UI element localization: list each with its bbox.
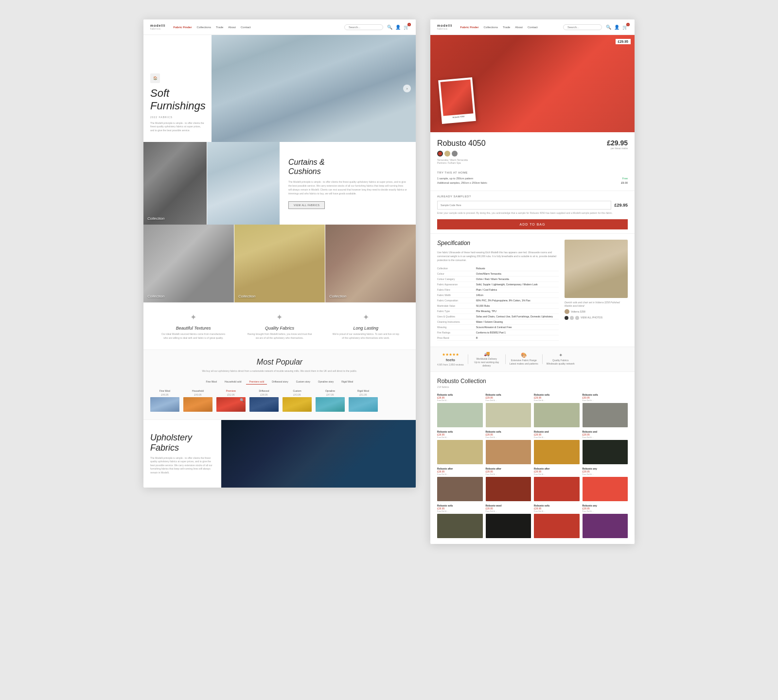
spec-row-type: Fabric Type Pile Weaving, TPU bbox=[437, 309, 559, 314]
nav-link-trade[interactable]: Trade bbox=[216, 26, 223, 29]
tab-custom[interactable]: Custom story bbox=[293, 379, 313, 385]
curtains-title: Curtains &Cushions bbox=[288, 158, 407, 176]
swatch-1[interactable]: Fine Wool £46.95 bbox=[150, 389, 179, 412]
swatch-5[interactable]: Custom £43.95 bbox=[283, 389, 312, 412]
try-home-value-2: £9.00 bbox=[621, 181, 628, 184]
hero-next-btn[interactable]: › bbox=[403, 85, 411, 92]
photo-dot-3[interactable] bbox=[575, 316, 579, 320]
robusto-swatch-1[interactable]: Robusto sofa £28.95 Free Del & ... bbox=[437, 393, 483, 427]
tab-opnaline[interactable]: Opnaline story bbox=[315, 379, 336, 385]
right-cart-icon[interactable]: 🛒 1 bbox=[622, 25, 628, 30]
robusto-swatch-9[interactable]: Robusto after £28.95 Free Del & ... bbox=[437, 467, 483, 501]
color-dot-beige[interactable] bbox=[444, 151, 450, 157]
spec-table: Collection Robusto Colour Ochre/Warm Ter… bbox=[437, 266, 559, 341]
swatch-4[interactable]: Driftwood £38.95 bbox=[249, 389, 279, 412]
robusto-swatch-2[interactable]: Robusto sofa £29.95 Free Del & ... bbox=[486, 393, 531, 427]
spec-image-tag[interactable]: Volterra 3258 bbox=[565, 309, 628, 314]
robusto-swatch-10[interactable]: Robusto after £28.95 Free Del & ... bbox=[486, 467, 531, 501]
robusto-collection-title: Robusto Collection bbox=[437, 378, 628, 385]
spec-row-price-band: Price Band B bbox=[437, 335, 559, 341]
textures-title: Beautiful Textures bbox=[176, 326, 211, 331]
sample-code-input[interactable] bbox=[437, 201, 611, 210]
quality-star-icon: ✦ bbox=[559, 352, 563, 358]
swatch-color-r9 bbox=[437, 477, 483, 501]
most-popular-desc: We buy all our upholstery fabrics direct… bbox=[150, 369, 409, 373]
view-all-photos-link[interactable]: VIEW ALL PHOTOS bbox=[581, 316, 602, 320]
collection-cell-3[interactable]: Collection bbox=[325, 225, 416, 302]
tab-fine-wool[interactable]: Fine Wool bbox=[203, 379, 220, 385]
right-nav-trade[interactable]: Trade bbox=[503, 26, 510, 29]
robusto-swatch-13[interactable]: Robusto sofa £28.95 Free Del & ... bbox=[437, 504, 483, 538]
swatch-color-r16 bbox=[583, 514, 628, 538]
robusto-swatches: Robusto sofa £28.95 Free Del & ... Robus… bbox=[437, 393, 628, 538]
right-search-icon[interactable]: 🔍 bbox=[606, 25, 611, 30]
left-nav-icons: 🔍 👤 🛒 1 bbox=[387, 25, 409, 30]
robusto-swatch-6[interactable]: Robusto sofa £28.95 Free Del & ... bbox=[486, 430, 531, 464]
hero-subtitle: 2022 fabrics bbox=[150, 116, 205, 119]
divider-3 bbox=[542, 354, 543, 364]
spec-row-collection: Collection Robusto bbox=[437, 266, 559, 271]
user-icon[interactable]: 👤 bbox=[395, 25, 401, 30]
swatch-3[interactable]: Premiere £52.95 🔍 bbox=[216, 389, 246, 412]
tab-household[interactable]: Household sold bbox=[222, 379, 244, 385]
swatch-7[interactable]: Rigid Wool £51.95 bbox=[349, 389, 378, 412]
nav-link-collections[interactable]: Collections bbox=[197, 26, 211, 29]
swatch-color-r14 bbox=[486, 514, 531, 538]
left-nav: modelli fabrics Fabric Finder Collection… bbox=[143, 19, 416, 35]
collection-cell-2[interactable]: Collection bbox=[234, 225, 325, 302]
nav-link-fabric-finder[interactable]: Fabric Finder bbox=[174, 26, 192, 29]
robusto-swatch-5[interactable]: Robusto sofa £28.95 Free Del & ... bbox=[437, 430, 483, 464]
quality-title: Quality Fabrics bbox=[265, 326, 294, 331]
robusto-swatch-4[interactable]: Robusto sofa £30.95 Free Del & ... bbox=[583, 393, 628, 427]
left-search-input[interactable] bbox=[344, 24, 383, 30]
add-to-bag-btn[interactable]: ADD TO BAG bbox=[437, 219, 628, 229]
right-user-icon[interactable]: 👤 bbox=[614, 25, 619, 30]
range-text: Extensive Fabric RangeLatest makes and p… bbox=[510, 359, 538, 366]
swatch-6[interactable]: Opnaline £47.95 bbox=[316, 389, 345, 412]
spec-row-colour: Colour Ochre/Warm Terracotta bbox=[437, 271, 559, 277]
robusto-swatch-15[interactable]: Robusto sofa £28.95 Free Del & ... bbox=[534, 504, 580, 538]
collection-cell-1[interactable]: Collection bbox=[143, 225, 234, 302]
right-nav-contact[interactable]: Contact bbox=[528, 26, 538, 29]
swatch-hero-price: £29.95 bbox=[616, 39, 631, 44]
right-nav-collections[interactable]: Collections bbox=[484, 26, 498, 29]
robusto-swatch-12[interactable]: Robusto any £28.95 Free Del & ... bbox=[583, 467, 628, 501]
sampled-row: £29.95 bbox=[437, 201, 628, 210]
lasting-icon: ✦ bbox=[363, 313, 369, 322]
cart-icon[interactable]: 🛒 1 bbox=[404, 25, 409, 30]
hero-title: SoftFurnishings bbox=[150, 87, 205, 113]
swatch-color-r11 bbox=[534, 477, 580, 501]
popular-swatches: Fine Wool £46.95 Household £49.95 Premie… bbox=[150, 389, 409, 412]
spec-row-colour-cat: Colour Category Ochre / Red / Warm Terra… bbox=[437, 277, 559, 282]
right-nav-about[interactable]: About bbox=[515, 26, 523, 29]
curtains-images: Collection bbox=[143, 142, 280, 225]
color-dot-grey[interactable] bbox=[452, 151, 458, 157]
nav-link-about[interactable]: About bbox=[228, 26, 236, 29]
robusto-swatch-3[interactable]: Robusto sofa £29.95 Free Del & ... bbox=[534, 393, 580, 427]
search-icon[interactable]: 🔍 bbox=[387, 25, 392, 30]
right-nav-fabric-finder[interactable]: Fabric Finder bbox=[460, 26, 479, 29]
right-search-input[interactable] bbox=[563, 24, 602, 30]
swatch-color-r7 bbox=[534, 440, 580, 464]
robusto-swatch-11[interactable]: Robusto after £28.95 Free Del & ... bbox=[534, 467, 580, 501]
nav-link-contact[interactable]: Contact bbox=[241, 26, 251, 29]
robusto-swatch-16[interactable]: Robusto any £28.95 Free Del & ... bbox=[583, 504, 628, 538]
view-fabrics-btn[interactable]: VIEW ALL FABRICS bbox=[288, 201, 325, 209]
swatch-2[interactable]: Household £49.95 bbox=[183, 389, 212, 412]
tab-premiere[interactable]: Premiere sold bbox=[246, 379, 267, 385]
color-dot-terracotta[interactable] bbox=[437, 151, 443, 157]
left-logo[interactable]: modelli fabrics bbox=[150, 24, 166, 30]
feature-quality: ✦ Quality Fabrics Having brought from Mo… bbox=[246, 313, 314, 340]
robusto-collection-sub: 214 fabrics bbox=[437, 385, 628, 388]
tab-driftwood[interactable]: Driftwood story bbox=[269, 379, 291, 385]
photo-dot-2[interactable] bbox=[570, 316, 574, 320]
photo-dot-1[interactable] bbox=[565, 316, 568, 320]
volterra-dot bbox=[565, 309, 569, 314]
right-logo[interactable]: modelli fabrics bbox=[437, 24, 453, 30]
collection-badge-1: Collection bbox=[147, 216, 164, 221]
robusto-swatch-14[interactable]: Robusto wool £28.95 Free Del & ... bbox=[486, 504, 531, 538]
tab-rigid[interactable]: Rigid Wool bbox=[338, 379, 356, 385]
robusto-swatch-8[interactable]: Robusto and £28.95 Free Del & ... bbox=[583, 430, 628, 464]
already-sampled-section: ALREADY SAMPLED? £29.95 Enter your sampl… bbox=[430, 191, 635, 234]
robusto-swatch-7[interactable]: Robusto and £28.95 Free Del & ... bbox=[534, 430, 580, 464]
